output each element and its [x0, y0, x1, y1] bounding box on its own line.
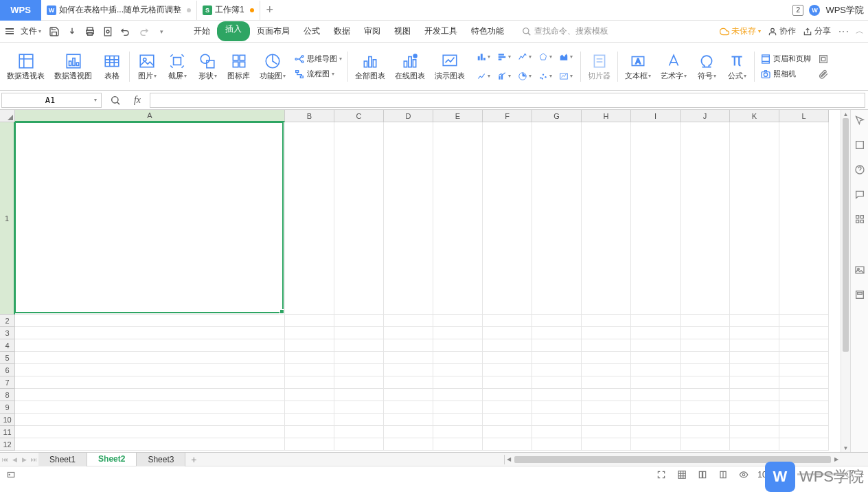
cell[interactable] [334, 327, 384, 339]
cell[interactable] [15, 426, 285, 438]
cell[interactable] [15, 315, 285, 327]
cell[interactable] [779, 339, 829, 352]
cell[interactable] [285, 389, 334, 401]
apps-icon[interactable] [854, 213, 866, 225]
column-header[interactable]: E [433, 110, 483, 122]
cell[interactable] [483, 414, 532, 426]
cell[interactable] [433, 389, 483, 401]
picture-button[interactable]: 图片▾ [133, 46, 161, 87]
cell[interactable] [15, 389, 285, 401]
sheet-tab[interactable]: Sheet3 [137, 453, 185, 466]
column-header[interactable]: L [779, 110, 829, 122]
cell[interactable] [582, 339, 631, 352]
header-footer-button[interactable]: 页眉和页脚 [760, 54, 811, 65]
cell[interactable] [631, 339, 681, 352]
formula-input[interactable] [150, 93, 865, 108]
cell[interactable] [384, 315, 433, 327]
cell[interactable] [334, 376, 384, 389]
row-header[interactable]: 10 [0, 414, 15, 426]
cell[interactable] [483, 315, 532, 327]
cell[interactable] [15, 438, 285, 451]
cell[interactable] [681, 122, 730, 315]
cell[interactable] [433, 426, 483, 438]
column-header[interactable]: B [285, 110, 334, 122]
cell[interactable] [681, 339, 730, 352]
document-tab[interactable]: W 如何在表格中插...随单元格而调整 [41, 1, 197, 20]
cell[interactable] [384, 364, 433, 376]
cell[interactable] [730, 426, 779, 438]
cell[interactable] [631, 414, 681, 426]
zoom-out-button[interactable]: − [786, 470, 790, 480]
row-header[interactable]: 3 [0, 327, 15, 339]
fx-icon[interactable]: fx [129, 93, 146, 108]
object-button[interactable] [818, 54, 829, 65]
row-header[interactable]: 12 [0, 438, 15, 451]
cell[interactable] [532, 414, 582, 426]
cell[interactable] [779, 389, 829, 401]
undo-icon[interactable] [118, 24, 133, 39]
cell[interactable] [779, 315, 829, 327]
cell[interactable] [730, 414, 779, 426]
cell[interactable] [681, 327, 730, 339]
scroll-up-icon[interactable]: ▲ [841, 110, 850, 118]
textbox-button[interactable]: A 文本框▾ [621, 46, 655, 87]
cell[interactable] [433, 352, 483, 364]
cell[interactable] [285, 352, 334, 364]
name-box[interactable]: ▾ [1, 93, 102, 108]
scrollbar-thumb[interactable] [843, 118, 849, 352]
cell[interactable] [334, 414, 384, 426]
page-break-view-icon[interactable] [696, 468, 709, 482]
save-icon[interactable] [47, 24, 62, 39]
file-menu[interactable]: 文件 ▾ [18, 24, 44, 38]
column-header[interactable]: K [730, 110, 779, 122]
cell[interactable] [532, 339, 582, 352]
cell[interactable] [730, 352, 779, 364]
cell[interactable] [582, 426, 631, 438]
cell[interactable] [384, 327, 433, 339]
zoom-slider[interactable] [797, 473, 852, 475]
cell[interactable] [730, 401, 779, 414]
cell[interactable] [582, 389, 631, 401]
template-panel-icon[interactable] [854, 289, 866, 301]
attachment-button[interactable] [818, 69, 829, 80]
cell[interactable] [384, 401, 433, 414]
formula-button[interactable]: 公式▾ [722, 46, 751, 87]
cells-grid[interactable] [15, 122, 841, 452]
cell[interactable] [15, 122, 285, 315]
cell[interactable] [334, 389, 384, 401]
prev-sheet-icon[interactable]: ◀ [10, 453, 19, 466]
cell[interactable] [433, 364, 483, 376]
column-header[interactable]: J [681, 110, 730, 122]
cell[interactable] [779, 401, 829, 414]
select-all-corner[interactable] [0, 110, 15, 122]
cell[interactable] [483, 376, 532, 389]
cell[interactable] [631, 438, 681, 451]
cell[interactable] [334, 315, 384, 327]
cell[interactable] [384, 426, 433, 438]
flowchart-button[interactable]: 流程图▾ [294, 69, 334, 80]
cell[interactable] [631, 364, 681, 376]
cell[interactable] [532, 122, 582, 315]
sheet-tab[interactable]: Sheet1 [38, 453, 87, 466]
fullscreen-icon[interactable] [654, 468, 668, 482]
cell[interactable] [681, 315, 730, 327]
collapse-ribbon-icon[interactable]: ︿ [856, 25, 864, 37]
cell[interactable] [631, 426, 681, 438]
cell[interactable] [334, 122, 384, 315]
unsaved-status[interactable]: 未保存▾ [720, 25, 761, 37]
column-header[interactable]: A [15, 110, 285, 122]
cell[interactable] [532, 327, 582, 339]
cell[interactable] [483, 438, 532, 451]
cell[interactable] [334, 364, 384, 376]
cell[interactable] [15, 401, 285, 414]
cell[interactable] [334, 352, 384, 364]
cell[interactable] [483, 389, 532, 401]
cell[interactable] [334, 438, 384, 451]
cell[interactable] [483, 339, 532, 352]
menu-tab-特色功能[interactable]: 特色功能 [464, 21, 511, 41]
cell[interactable] [730, 327, 779, 339]
print-icon[interactable] [82, 24, 98, 39]
cell[interactable] [779, 364, 829, 376]
symbol-button[interactable]: 符号▾ [692, 46, 721, 87]
eye-view-icon[interactable] [737, 468, 751, 482]
